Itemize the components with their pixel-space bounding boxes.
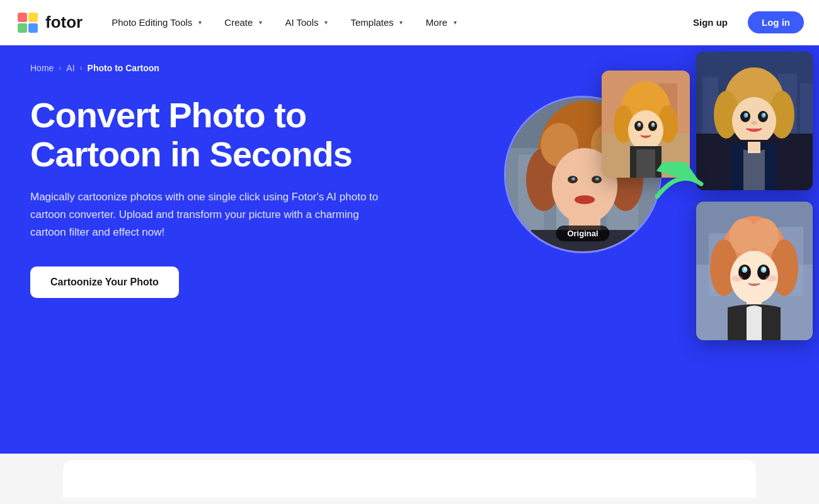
- svg-point-32: [769, 91, 794, 139]
- log-in-button[interactable]: Log in: [748, 11, 804, 33]
- nav-items: Photo Editing Tools ▾ Create ▾ AI Tools …: [103, 12, 680, 33]
- svg-point-14: [591, 123, 629, 167]
- svg-rect-56: [630, 146, 662, 178]
- bottom-section: [0, 454, 819, 504]
- hero-content: Convert Photo to Cartoon in Seconds Magi…: [30, 96, 433, 298]
- chevron-down-icon: ▾: [397, 18, 406, 27]
- svg-point-66: [730, 219, 757, 254]
- svg-rect-42: [748, 142, 760, 153]
- hero-title: Convert Photo to Cartoon in Seconds: [30, 96, 433, 173]
- svg-point-17: [592, 176, 602, 183]
- breadcrumb-current: Photo to Cartoon: [88, 63, 159, 73]
- svg-rect-1: [18, 13, 27, 22]
- hero-description: Magically cartoonize photos with one sin…: [30, 188, 383, 241]
- svg-point-30: [724, 67, 784, 137]
- svg-point-68: [730, 251, 778, 304]
- hero-section: Home › AI › Photo to Cartoon Convert Pho…: [0, 45, 819, 454]
- svg-point-50: [634, 121, 643, 131]
- svg-point-46: [621, 81, 671, 142]
- breadcrumb-ai[interactable]: AI: [66, 63, 74, 73]
- svg-point-11: [526, 148, 561, 211]
- svg-point-36: [744, 113, 748, 118]
- svg-point-65: [770, 239, 798, 296]
- hero-visuals: Original: [479, 45, 819, 454]
- svg-point-37: [762, 113, 766, 118]
- svg-rect-41: [731, 140, 777, 190]
- svg-rect-4: [28, 23, 38, 33]
- svg-rect-7: [518, 154, 544, 253]
- nav-item-photo-editing[interactable]: Photo Editing Tools ▾: [103, 12, 213, 33]
- svg-point-12: [608, 148, 643, 211]
- chevron-down-icon: ▾: [321, 18, 330, 27]
- svg-point-38: [746, 113, 748, 116]
- svg-rect-58: [696, 202, 813, 340]
- sign-up-button[interactable]: Sign up: [680, 11, 740, 33]
- svg-point-40: [751, 121, 757, 125]
- svg-point-34: [740, 111, 750, 122]
- navbar: fotor Photo Editing Tools ▾ Create ▾ AI …: [0, 0, 819, 45]
- svg-point-51: [648, 121, 657, 131]
- nav-item-templates[interactable]: Templates ▾: [341, 12, 414, 33]
- cartoon-result-bot: [696, 202, 813, 340]
- svg-point-52: [638, 123, 641, 127]
- svg-point-10: [537, 101, 632, 214]
- svg-rect-61: [709, 233, 731, 296]
- svg-point-53: [651, 123, 655, 127]
- nav-item-more[interactable]: More ▾: [417, 12, 468, 33]
- svg-point-39: [764, 113, 765, 116]
- svg-point-76: [765, 275, 777, 282]
- svg-rect-2: [28, 13, 38, 22]
- svg-point-75: [731, 275, 743, 282]
- svg-rect-57: [636, 149, 655, 178]
- svg-point-71: [742, 266, 748, 273]
- svg-rect-9: [607, 151, 638, 253]
- svg-rect-59: [696, 202, 813, 296]
- svg-point-63: [721, 216, 787, 294]
- chevron-down-icon: ▾: [450, 18, 459, 27]
- logo-icon: [15, 10, 40, 35]
- svg-rect-26: [702, 77, 718, 134]
- svg-point-16: [568, 176, 578, 183]
- svg-point-69: [738, 265, 751, 280]
- svg-rect-62: [778, 227, 803, 296]
- svg-rect-27: [728, 86, 740, 134]
- nav-actions: Sign up Log in: [680, 11, 804, 33]
- svg-point-20: [575, 195, 595, 204]
- svg-point-64: [710, 239, 738, 296]
- svg-rect-29: [800, 83, 813, 134]
- nav-item-create[interactable]: Create ▾: [215, 12, 273, 33]
- svg-rect-60: [696, 265, 813, 340]
- svg-point-15: [552, 148, 617, 224]
- logo-link[interactable]: fotor: [15, 10, 83, 35]
- breadcrumb-sep-2: ›: [80, 64, 83, 72]
- svg-point-73: [744, 268, 747, 271]
- svg-point-70: [757, 265, 770, 280]
- svg-point-13: [541, 123, 578, 167]
- svg-rect-77: [747, 299, 762, 312]
- svg-point-72: [761, 266, 767, 273]
- svg-rect-43: [602, 71, 690, 178]
- svg-point-31: [714, 91, 739, 139]
- logo-text: fotor: [45, 13, 83, 32]
- svg-rect-8: [556, 142, 575, 253]
- svg-point-49: [628, 110, 663, 151]
- nav-item-ai-tools[interactable]: AI Tools ▾: [276, 12, 339, 33]
- bottom-inner-card: [63, 460, 756, 498]
- cta-button[interactable]: Cartoonize Your Photo: [30, 266, 179, 298]
- svg-point-33: [732, 97, 776, 145]
- svg-rect-44: [602, 71, 690, 134]
- svg-point-18: [571, 178, 575, 181]
- svg-rect-21: [569, 217, 600, 253]
- svg-point-74: [763, 268, 765, 271]
- svg-point-47: [614, 105, 634, 143]
- svg-point-54: [639, 123, 640, 125]
- breadcrumb: Home › AI › Photo to Cartoon: [30, 45, 789, 73]
- breadcrumb-sep-1: ›: [59, 64, 61, 72]
- svg-point-35: [758, 111, 768, 122]
- svg-point-48: [658, 105, 678, 143]
- svg-point-67: [751, 219, 779, 254]
- arrow-icon: [654, 162, 711, 209]
- breadcrumb-home[interactable]: Home: [30, 63, 54, 73]
- cartoon-result-mid: [602, 71, 690, 178]
- chevron-down-icon: ▾: [195, 18, 204, 27]
